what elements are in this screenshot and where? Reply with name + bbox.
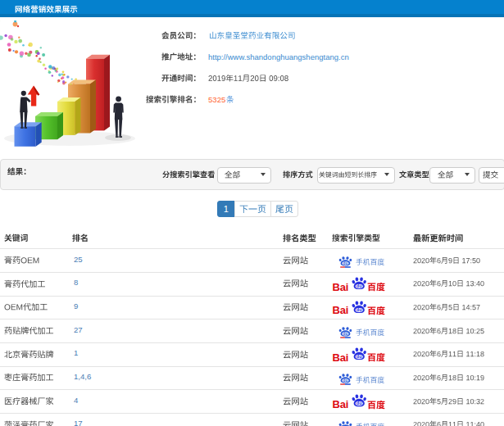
svg-text:du: du [343, 261, 347, 265]
svg-text:du: du [356, 401, 362, 406]
svg-text:du: du [343, 378, 347, 383]
svg-text:du: du [356, 283, 362, 288]
svg-text:du: du [356, 354, 362, 359]
svg-text:du: du [343, 332, 347, 336]
svg-text:du: du [356, 307, 362, 312]
